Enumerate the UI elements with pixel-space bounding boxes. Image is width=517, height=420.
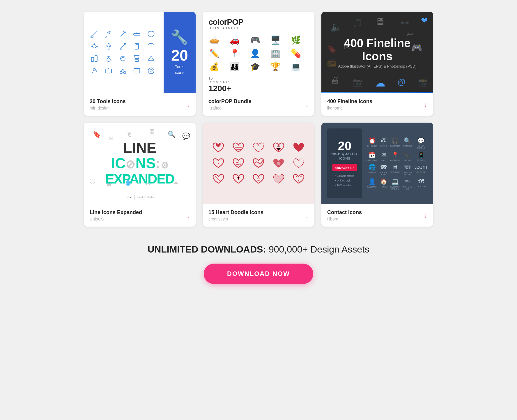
card-tools-info: 20 Tools icons mir_design ↓	[84, 93, 196, 116]
contact-number: 20	[338, 139, 352, 153]
ci-online-icon: 💻	[392, 178, 399, 185]
ci-world-icon: 🌐	[369, 164, 376, 171]
card-colorpop-author: Krafted	[208, 106, 252, 110]
ci-contact-icon: 👤	[369, 178, 376, 185]
contact-features: • Editable stroke • Unique style • 100% …	[335, 174, 354, 188]
ci-search: 🔍SEARCH	[402, 137, 412, 149]
card-fineline-title: 400 Fineline Icons	[327, 98, 372, 105]
li-expanded-text: EXPANDED	[105, 171, 174, 186]
cp-icon-5: 🌿	[290, 34, 302, 46]
ci-location-icon: 📍	[392, 151, 399, 158]
cp-icon-10: 💊	[290, 47, 302, 59]
tool-icon-10	[146, 42, 156, 51]
li-icons-text: IC	[111, 155, 125, 172]
card-hearts-info: 15 Heart Doodle Icons creativevip ↓	[203, 204, 314, 227]
heart-4	[270, 141, 287, 154]
unlimited-bold: UNLIMITED DOWNLOADS:	[148, 244, 266, 255]
fl-icon-at: @	[397, 77, 406, 87]
hearts-download-btn[interactable]: ↓	[305, 212, 309, 219]
fineline-download-btn[interactable]: ↓	[424, 101, 427, 108]
cp-icon-11: 💰	[208, 61, 220, 73]
ci-phone-icon: 📞	[404, 151, 411, 158]
tools-download-btn[interactable]: ↓	[187, 101, 190, 108]
feature-2: • Unique style	[335, 178, 354, 183]
card-tools-image: 🔧 20 Toolsicons	[84, 12, 196, 93]
card-contact: 20 HIGH QUALITYICONS CONTACT US • Editab…	[321, 123, 433, 227]
svg-rect-21	[106, 69, 111, 73]
ci-world: 🌐WORLD	[366, 164, 378, 176]
unio-divider: |	[134, 195, 135, 200]
svg-rect-4	[134, 33, 140, 35]
heart-8	[250, 157, 267, 170]
lineicons-main-text: LINE IC⊘NS:⚙ EXPANDED	[105, 140, 174, 186]
ci-write-label: WRITE TO US	[402, 186, 412, 190]
heart-14	[270, 173, 287, 186]
ci-24hours: ⏰24 HOURS	[366, 137, 378, 149]
cp-icon-15: 💻	[290, 61, 302, 73]
svg-point-38	[298, 180, 299, 181]
ci-landline-label: LANDLINE PHONE	[402, 172, 412, 176]
feature-3: • 100% vector	[335, 183, 354, 188]
svg-rect-14	[95, 56, 97, 61]
ci-home-icon: 🏠	[380, 178, 387, 185]
cp-icon-3: 🎮	[249, 34, 261, 46]
contact-download-btn[interactable]: ↓	[424, 212, 427, 219]
li-line-text: LINE	[123, 140, 156, 156]
tool-icon-17	[104, 66, 113, 75]
ci-mobile-icon: 📱	[417, 151, 425, 158]
li-sc-7: 🛡	[89, 179, 96, 186]
cp-icon-7: 📍	[229, 47, 240, 59]
ci-message: 🖥MESSAGE	[390, 164, 400, 176]
svg-point-27	[148, 68, 154, 74]
bottom-section: UNLIMITED DOWNLOADS: 900,000+ Design Ass…	[128, 244, 389, 284]
ci-home: 🏠HOME	[380, 178, 388, 190]
tool-icon-16	[90, 66, 99, 75]
tools-blue-panel: 🔧 20 Toolsicons	[164, 12, 196, 93]
li-ns-text: NS	[135, 155, 155, 172]
fl-icon-printer: 🖨	[330, 75, 339, 85]
tool-icon-13	[118, 54, 128, 63]
ci-online: 💻CONTACT ONLINE	[390, 178, 400, 190]
ci-contact-label: CONTACT	[367, 186, 377, 188]
card-hearts: 15 Heart Doodle Icons creativevip ↓	[203, 123, 314, 227]
li-dot-text: :	[156, 155, 161, 172]
card-fineline-image: 🔈 🎵 🖥 👓 ❤ 🔖 ✉ 🖨 📷 ☁ @ 🎮 📸 📻 ↩ ⎒	[321, 12, 433, 93]
contact-cta-label: CONTACT US	[335, 167, 355, 170]
card-colorpop: colorPOP ICON BUNDLE 🥧 🚗 🎮 🖥️ 🌿 ✏️ 📍 👤 🏢…	[203, 12, 314, 116]
unlimited-headline: UNLIMITED DOWNLOADS: 900,000+ Design Ass…	[128, 244, 389, 255]
lineicons-download-btn[interactable]: ↓	[187, 212, 190, 219]
colorpop-icons-grid: 🥧 🚗 🎮 🖥️ 🌿 ✏️ 📍 👤 🏢 💊 💰 👪 🎓 🏆 💻	[208, 34, 309, 73]
ci-support-label: SUPPORT	[390, 145, 400, 147]
download-now-button[interactable]: DOWNLOAD NOW	[204, 264, 313, 284]
card-contact-author: filborg	[327, 217, 362, 221]
ci-mail-icon: ✉	[381, 151, 386, 158]
ci-website-icon: .com	[415, 164, 427, 170]
cp-icon-9: 🏢	[270, 47, 281, 59]
ci-email-label: E-MAIL	[380, 145, 387, 147]
ci-calendar: 📅CALENDAR	[366, 151, 378, 161]
heart-12	[230, 173, 247, 186]
ci-phonecall-label: PHONE CALL	[380, 172, 388, 176]
tool-icon-20	[146, 66, 156, 75]
li-sc-6: 💬	[182, 133, 190, 140]
ci-mail: ✉MAIL	[380, 151, 388, 161]
fl-icon-glasses: 👓	[400, 18, 410, 28]
colorpop-download-btn[interactable]: ↓	[305, 101, 309, 108]
li-sc-1: 🔖	[93, 131, 101, 138]
ci-landline-icon: ☏	[404, 164, 411, 171]
fl-icon-camera2: 📸	[418, 78, 428, 87]
ci-online-label: CONTACT ONLINE	[390, 186, 400, 190]
heart-13	[250, 173, 267, 186]
svg-point-22	[120, 71, 122, 74]
tool-icon-4	[132, 29, 141, 39]
ci-world-label: WORLD	[368, 172, 376, 174]
tools-panel-label: Toolsicons	[175, 64, 185, 75]
fineline-subheadline: Adobe Illustrator (AI, EPS) & Photoshop …	[327, 64, 427, 68]
card-colorpop-title: colorPOP Bundle	[208, 98, 252, 105]
li-icons-small: ⚙	[161, 160, 169, 170]
cp-icon-1: 🥧	[208, 34, 220, 46]
tool-icon-15	[146, 54, 156, 63]
li-circle: ⊘	[125, 158, 135, 171]
tool-icon-18	[118, 66, 128, 75]
ci-search-label: SEARCH	[403, 145, 412, 147]
